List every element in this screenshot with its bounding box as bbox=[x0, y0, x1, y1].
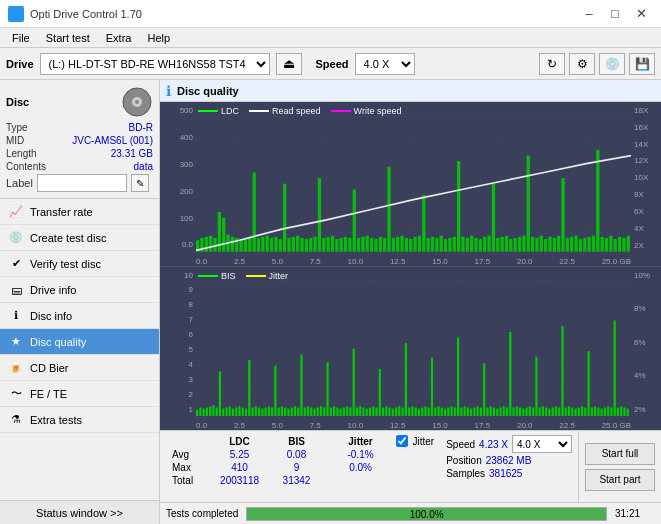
sidebar-item-transfer-rate[interactable]: 📈 Transfer rate bbox=[0, 199, 159, 225]
buttons-area: Start full Start part bbox=[578, 431, 661, 502]
svg-rect-80 bbox=[466, 238, 469, 252]
svg-rect-83 bbox=[479, 239, 482, 251]
label-edit-button[interactable]: ✎ bbox=[131, 174, 149, 192]
max-label: Max bbox=[166, 461, 208, 474]
svg-rect-193 bbox=[375, 407, 377, 416]
svg-rect-223 bbox=[473, 407, 475, 416]
jitter-checkbox[interactable] bbox=[396, 435, 408, 447]
start-full-button[interactable]: Start full bbox=[585, 443, 655, 465]
svg-rect-170 bbox=[300, 354, 302, 416]
start-part-button[interactable]: Start part bbox=[585, 469, 655, 491]
svg-rect-49 bbox=[331, 236, 334, 252]
menu-file[interactable]: File bbox=[4, 30, 38, 46]
nav-label-cd-bier: CD Bier bbox=[30, 362, 69, 374]
label-input[interactable] bbox=[37, 174, 127, 192]
speed-select[interactable]: 4.0 X bbox=[512, 435, 572, 453]
svg-rect-76 bbox=[448, 238, 451, 252]
app-icon bbox=[8, 6, 24, 22]
menu-help[interactable]: Help bbox=[139, 30, 178, 46]
ldc-legend-item: LDC bbox=[198, 106, 239, 116]
save-button[interactable]: 💾 bbox=[629, 53, 655, 75]
svg-rect-254 bbox=[574, 408, 576, 416]
sidebar-item-cd-bier[interactable]: 🍺 CD Bier bbox=[0, 355, 159, 381]
svg-rect-174 bbox=[313, 408, 315, 416]
settings-button[interactable]: ⚙ bbox=[569, 53, 595, 75]
svg-rect-267 bbox=[617, 407, 619, 416]
svg-rect-260 bbox=[594, 406, 596, 416]
charts-area: LDC Read speed Write speed 500 400 300 bbox=[160, 102, 661, 430]
write-speed-legend-color bbox=[331, 110, 351, 112]
svg-rect-229 bbox=[493, 407, 495, 416]
svg-rect-257 bbox=[584, 407, 586, 416]
sidebar-item-disc-info[interactable]: ℹ Disc info bbox=[0, 303, 159, 329]
chart2-y-axis-right: 10% 8% 6% 4% 2% bbox=[631, 271, 661, 415]
svg-rect-165 bbox=[284, 407, 286, 416]
sidebar-item-extra-tests[interactable]: ⚗ Extra tests bbox=[0, 407, 159, 433]
nav-label-transfer-rate: Transfer rate bbox=[30, 206, 93, 218]
svg-rect-51 bbox=[340, 238, 343, 252]
nav-label-extra-tests: Extra tests bbox=[30, 414, 82, 426]
svg-rect-47 bbox=[322, 238, 325, 252]
close-button[interactable]: ✕ bbox=[629, 4, 653, 24]
svg-rect-106 bbox=[579, 239, 582, 251]
svg-rect-112 bbox=[605, 238, 608, 252]
status-window-button[interactable]: Status window >> bbox=[0, 500, 159, 524]
nav-items: 📈 Transfer rate 💿 Create test disc ✔ Ver… bbox=[0, 199, 159, 500]
speed-display-row: Speed 4.23 X 4.0 X bbox=[446, 435, 572, 453]
svg-rect-258 bbox=[588, 351, 590, 416]
svg-rect-79 bbox=[461, 237, 464, 252]
disc-quality-icon: ★ bbox=[8, 334, 24, 350]
svg-rect-117 bbox=[627, 236, 630, 252]
sidebar-item-drive-info[interactable]: 🖴 Drive info bbox=[0, 277, 159, 303]
sidebar-item-verify-test-disc[interactable]: ✔ Verify test disc bbox=[0, 251, 159, 277]
max-row: Max 410 9 0.0% bbox=[166, 461, 384, 474]
svg-rect-37 bbox=[279, 239, 282, 251]
svg-rect-68 bbox=[414, 237, 417, 252]
svg-rect-148 bbox=[229, 406, 231, 416]
sidebar-item-create-test-disc[interactable]: 💿 Create test disc bbox=[0, 225, 159, 251]
svg-rect-163 bbox=[278, 407, 280, 416]
jitter-checkbox-row: Jitter bbox=[396, 435, 434, 447]
svg-rect-185 bbox=[349, 407, 351, 416]
svg-rect-250 bbox=[561, 326, 563, 416]
read-speed-legend-label: Read speed bbox=[272, 106, 321, 116]
svg-rect-215 bbox=[447, 407, 449, 416]
speed-dropdown[interactable]: 4.0 X 8.0 X bbox=[355, 53, 415, 75]
write-speed-legend-item: Write speed bbox=[331, 106, 402, 116]
jitter-area: Jitter bbox=[390, 431, 440, 502]
refresh-button[interactable]: ↻ bbox=[539, 53, 565, 75]
sidebar-item-disc-quality[interactable]: ★ Disc quality bbox=[0, 329, 159, 355]
svg-rect-30 bbox=[248, 237, 251, 252]
max-bis-value: 9 bbox=[272, 461, 322, 474]
drive-dropdown[interactable]: (L:) HL-DT-ST BD-RE WH16NS58 TST4 bbox=[40, 53, 270, 75]
minimize-button[interactable]: – bbox=[577, 4, 601, 24]
fe-te-icon: 〜 bbox=[8, 386, 24, 402]
svg-rect-82 bbox=[474, 238, 477, 252]
sidebar-item-fe-te[interactable]: 〜 FE / TE bbox=[0, 381, 159, 407]
jitter-legend-color bbox=[246, 275, 266, 277]
disc-button[interactable]: 💿 bbox=[599, 53, 625, 75]
eject-button[interactable]: ⏏ bbox=[276, 53, 302, 75]
menu-start-test[interactable]: Start test bbox=[38, 30, 98, 46]
progress-text: 100.0% bbox=[247, 508, 606, 521]
stats-row: LDC BIS Jitter Avg 5.25 0.08 -0.1% bbox=[160, 430, 661, 502]
svg-rect-176 bbox=[320, 406, 322, 416]
svg-rect-52 bbox=[344, 237, 347, 252]
svg-rect-242 bbox=[535, 356, 537, 416]
speed-label: Speed bbox=[316, 58, 349, 70]
svg-rect-116 bbox=[622, 238, 625, 252]
avg-label: Avg bbox=[166, 448, 208, 461]
svg-rect-108 bbox=[588, 237, 591, 252]
svg-rect-269 bbox=[623, 407, 625, 416]
svg-rect-230 bbox=[496, 408, 498, 416]
svg-rect-261 bbox=[597, 407, 599, 416]
svg-rect-63 bbox=[392, 238, 395, 252]
svg-rect-201 bbox=[402, 407, 404, 416]
svg-rect-245 bbox=[545, 407, 547, 416]
svg-rect-144 bbox=[216, 407, 218, 416]
svg-rect-101 bbox=[557, 236, 560, 252]
drive-info-icon: 🖴 bbox=[8, 282, 24, 298]
maximize-button[interactable]: □ bbox=[603, 4, 627, 24]
svg-rect-220 bbox=[464, 406, 466, 416]
menu-extra[interactable]: Extra bbox=[98, 30, 140, 46]
